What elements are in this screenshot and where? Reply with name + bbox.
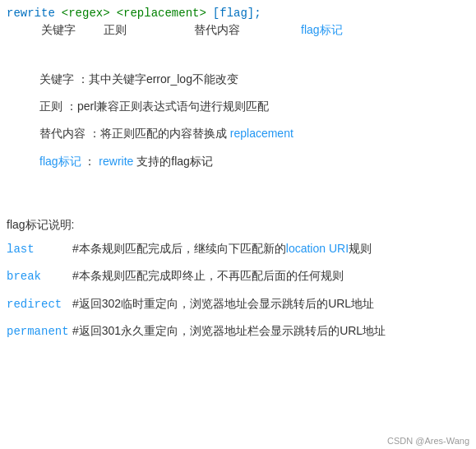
label-flag: flag标记 [301,23,343,38]
flag-name-permanent: permanent [7,322,72,340]
desc-keyword-text: ：其中关键字error_log不能改变 [77,72,238,86]
desc-regex-text: ：perl兼容正则表达式语句进行规则匹配 [66,100,269,113]
labels-row: 关键字 正则 替代内容 flag标记 [7,23,463,38]
flag-item-redirect: redirect #返回302临时重定向，浏览器地址会显示跳转后的URL地址 [7,294,463,313]
flag-item-permanent: permanent #返回301永久重定向，浏览器地址栏会显示跳转后的URL地址 [7,322,463,340]
flag-desc-last: #本条规则匹配完成后，继续向下匹配新的location URI规则 [72,239,463,257]
flag-item-last: last #本条规则匹配完成后，继续向下匹配新的location URI规则 [7,239,463,258]
flag-item-break: break #本条规则匹配完成即终止，不再匹配后面的任何规则 [7,266,463,285]
desc-flag-rewrite: rewrite [99,155,133,168]
flag-desc-last-before: #本条规则匹配完成后，继续向下匹配新的 [72,242,286,255]
desc-replacement-highlight: replacement [230,127,293,140]
syntax-param2: <replacement> [117,7,206,20]
syntax-line: rewrite <regex> <replacement> [flag]; [7,7,463,20]
desc-flag-label: flag标记 [39,155,81,168]
flag-name-break: break [7,267,72,285]
flag-section: flag标记说明: last #本条规则匹配完成后，继续向下匹配新的locati… [7,218,463,341]
desc-flag-colon: ： [84,155,95,168]
syntax-param1: <regex> [62,7,110,20]
flag-name-redirect: redirect [7,295,72,313]
desc-replacement: 替代内容 ：将正则匹配的内容替换成 replacement [39,123,463,144]
desc-regex: 正则 ：perl兼容正则表达式语句进行规则匹配 [39,96,463,117]
label-regex: 正则 [104,23,169,38]
flag-desc-redirect: #返回302临时重定向，浏览器地址会显示跳转后的URL地址 [72,294,463,312]
desc-replacement-label: 替代内容 [39,127,85,140]
desc-replacement-text-before: ：将正则匹配的内容替换成 [89,127,227,140]
desc-flag: flag标记 ： rewrite 支持的flag标记 [39,151,463,172]
flag-desc-break: #本条规则匹配完成即终止，不再匹配后面的任何规则 [72,266,463,285]
syntax-keyword: rewrite [7,7,55,20]
desc-keyword-label: 关键字 [39,72,74,86]
description-block: 关键字 ：其中关键字error_log不能改变 正则 ：perl兼容正则表达式语… [39,69,463,172]
flag-desc-permanent: #返回301永久重定向，浏览器地址栏会显示跳转后的URL地址 [72,322,463,340]
main-container: rewrite <regex> <replacement> [flag]; 关键… [0,0,476,362]
flag-name-last: last [7,240,72,258]
desc-keyword: 关键字 ：其中关键字error_log不能改变 [39,69,463,90]
desc-regex-label: 正则 [39,100,62,113]
label-keyword: 关键字 [41,23,90,38]
label-replacement: 替代内容 [194,23,276,38]
syntax-flag: [flag]; [213,7,261,20]
desc-flag-text-after: 支持的flag标记 [136,155,213,168]
flag-desc-last-highlight: location URI [286,242,349,255]
flag-desc-last-after: 规则 [349,242,372,255]
flag-section-title: flag标记说明: [7,218,463,233]
watermark: CSDN @Ares-Wang [387,436,469,446]
